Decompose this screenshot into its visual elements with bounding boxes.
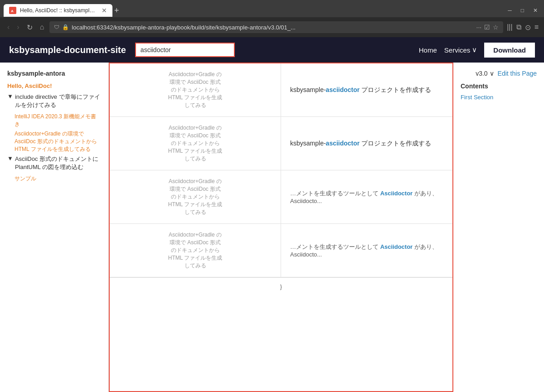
tab-bar: A Hello, AsciiDoc! :: ksbysample-c... ✕ … [0,0,544,17]
snippet-before-3: …メントを生成するツールとして [290,190,380,197]
result-title-before-2: ksbysample- [290,140,326,147]
edit-page-link[interactable]: Edit this Page [498,70,537,77]
lock-icon: 🔒 [62,24,69,30]
result-highlight-2: asciidoctor [326,140,360,147]
version-label: v3.0 [476,70,487,77]
sidebar-section-include-title[interactable]: ▼ include directive で章毎にファイルを分けてみる [7,93,101,109]
home-button[interactable]: ⌂ [38,22,46,32]
result-title-before-1: ksbysample- [290,86,326,93]
search-result-2[interactable]: Asciidoctor+Gradle の環境で AsciiDoc 形式のドキュメ… [110,117,452,170]
site-title: ksbysample-document-site [9,45,126,55]
services-arrow-icon: ∨ [472,46,477,54]
contents-item-first-section[interactable]: First Section [461,94,493,101]
home-nav-link[interactable]: Home [419,46,437,54]
sidebar-item-include-label: include directive で章毎にファイルを分けてみる [15,93,101,109]
address-bar: ‹ › ↻ ⌂ 🛡 🔒 localhost:63342/ksbysample-a… [0,17,544,37]
result-highlight-1: asciidoctor [326,86,360,93]
version-selector[interactable]: v3.0 ∨ [476,70,494,77]
tab-favicon: A [9,7,16,14]
result-content-1: ksbysample-asciidoctor プロジェクトを作成する [281,63,452,116]
contents-title: Contents [461,82,537,90]
result-source-text-2: Asciidoctor+Gradle の環境で AsciiDoc 形式のドキュメ… [168,124,223,163]
sidebar-section-asciidoc-title[interactable]: ▼ AsciiDoc 形式のドキュメントに PlantUML の図を埋め込む [7,155,101,171]
profile-icon[interactable]: ⊙ [525,23,531,32]
back-button[interactable]: ‹ [5,22,11,32]
search-result-4[interactable]: Asciidoctor+Gradle の環境で AsciiDoc 形式のドキュメ… [110,224,452,277]
sidebar-item-intellij[interactable]: IntelliJ IDEA 2020.3 新機能メモ書き [15,113,101,128]
services-label: Services [444,46,471,54]
section-arrow-icon: ▼ [7,93,13,100]
result-source-3: Asciidoctor+Gradle の環境で AsciiDoc 形式のドキュメ… [110,170,281,223]
sidebar-section-asciidoc: ▼ AsciiDoc 形式のドキュメントに PlantUML の図を埋め込む [7,155,101,171]
search-results-overlay: Asciidoctor+Gradle の環境で AsciiDoc 形式のドキュメ… [109,63,453,392]
new-tab-button[interactable]: + [114,6,119,15]
sidebar: ksbysample-antora Hello, AsciiDoc! ▼ inc… [0,63,109,392]
tabs-icon[interactable]: ⧉ [516,23,521,31]
shield-icon: 🛡 [54,24,59,30]
version-row: v3.0 ∨ Edit this Page [461,70,537,77]
result-title-2: ksbysample-asciidoctor プロジェクトを作成する [290,140,431,148]
search-result-3[interactable]: Asciidoctor+Gradle の環境で AsciiDoc 形式のドキュメ… [110,170,452,224]
minimize-button[interactable]: ─ [505,6,515,15]
search-input[interactable] [135,43,235,57]
close-button[interactable]: ✕ [530,6,540,15]
snippet-highlight-3: Asciidoctor [380,190,413,197]
url-bar[interactable]: 🛡 🔒 localhost:63342/ksbysample-antora-pl… [49,21,503,33]
result-snippet-3: …メントを生成するツールとして Asciidoctor があり、Asciidoc… [290,189,443,204]
snippet-highlight-4: Asciidoctor [380,243,413,250]
result-content-3: …メントを生成するツールとして Asciidoctor があり、Asciidoc… [281,170,452,223]
sidebar-section-include: ▼ include directive で章毎にファイルを分けてみる [7,93,101,109]
right-sidebar: v3.0 ∨ Edit this Page Contents First Sec… [453,63,544,392]
result-source-text-1: Asciidoctor+Gradle の環境で AsciiDoc 形式のドキュメ… [168,71,223,109]
result-source-text-3: Asciidoctor+Gradle の環境で AsciiDoc 形式のドキュメ… [168,178,223,216]
search-footer: } [110,277,452,295]
search-result-1[interactable]: Asciidoctor+Gradle の環境で AsciiDoc 形式のドキュメ… [110,63,452,117]
star-icon[interactable]: ☆ [493,24,499,31]
maximize-button[interactable]: □ [518,6,527,15]
toolbar-icons: ||| ⧉ ⊙ ≡ [507,23,539,32]
result-source-4: Asciidoctor+Gradle の環境で AsciiDoc 形式のドキュメ… [110,224,281,277]
sidebar-item-asciidoctor-gradle[interactable]: Asciidoctor+Gradle の環境で AsciiDoc 形式のドキュメ… [15,130,101,153]
search-footer-text: } [280,283,282,290]
window-controls: ─ □ ✕ [505,6,540,15]
url-action-icons: ··· ☑ ☆ [476,24,499,31]
result-title-1: ksbysample-asciidoctor プロジェクトを作成する [290,86,431,94]
result-title-after-1: プロジェクトを作成する [359,86,431,93]
url-text: localhost:63342/ksbysample-antora-playbo… [72,24,473,31]
active-tab[interactable]: A Hello, AsciiDoc! :: ksbysample-c... ✕ [4,4,112,17]
main-layout: ksbysample-antora Hello, AsciiDoc! ▼ inc… [0,63,544,392]
svg-text:A: A [11,9,14,13]
shield2-icon[interactable]: ☑ [484,24,490,31]
section-arrow2-icon: ▼ [7,155,13,162]
sidebar-sub-sample: サンプル [7,175,101,183]
result-snippet-4: …メントを生成するツールとして Asciidoctor があり、Asciidoc… [290,243,443,258]
tab-title: Hello, AsciiDoc! :: ksbysample-c... [20,7,98,14]
result-content-2: ksbysample-asciidoctor プロジェクトを作成する [281,117,452,170]
bookmarks-icon[interactable]: ||| [507,23,512,31]
sidebar-item-asciidoc-label: AsciiDoc 形式のドキュメントに PlantUML の図を埋め込む [15,155,101,171]
result-content-4: …メントを生成するツールとして Asciidoctor があり、Asciidoc… [281,224,452,277]
services-nav-button[interactable]: Services ∨ [444,46,477,54]
version-arrow-icon: ∨ [490,70,494,77]
result-source-text-4: Asciidoctor+Gradle の環境で AsciiDoc 形式のドキュメ… [168,231,223,270]
sidebar-component-title: ksbysample-antora [7,70,101,77]
tab-close-button[interactable]: ✕ [102,7,107,14]
sidebar-item-sample[interactable]: サンプル [15,175,101,183]
content-area: Asciidoctor+Gradle の環境で AsciiDoc 形式のドキュメ… [109,63,453,392]
more-icon[interactable]: ··· [476,24,482,31]
result-source-2: Asciidoctor+Gradle の環境で AsciiDoc 形式のドキュメ… [110,117,281,170]
result-title-after-2: プロジェクトを作成する [359,140,431,147]
header-nav: Home Services ∨ Download [419,43,535,58]
menu-icon[interactable]: ≡ [534,23,539,31]
snippet-before-4: …メントを生成するツールとして [290,243,380,250]
sidebar-sub-intellij: IntelliJ IDEA 2020.3 新機能メモ書き Asciidoctor… [7,113,101,153]
sidebar-item-hello[interactable]: Hello, AsciiDoc! [7,82,101,89]
refresh-button[interactable]: ↻ [25,22,34,33]
forward-button[interactable]: › [15,22,21,32]
download-button[interactable]: Download [484,43,535,58]
result-source-1: Asciidoctor+Gradle の環境で AsciiDoc 形式のドキュメ… [110,63,281,116]
site-header: ksbysample-document-site Home Services ∨… [0,37,544,63]
